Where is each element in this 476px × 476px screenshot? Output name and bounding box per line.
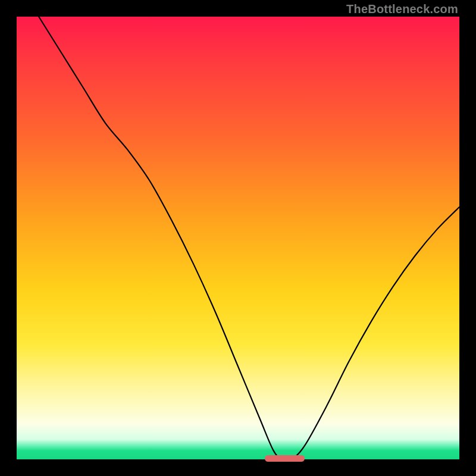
watermark-text: TheBottleneck.com — [346, 2, 458, 16]
minimum-marker — [265, 455, 305, 462]
bottleneck-curve — [17, 17, 459, 459]
chart-plot-area — [17, 17, 459, 459]
